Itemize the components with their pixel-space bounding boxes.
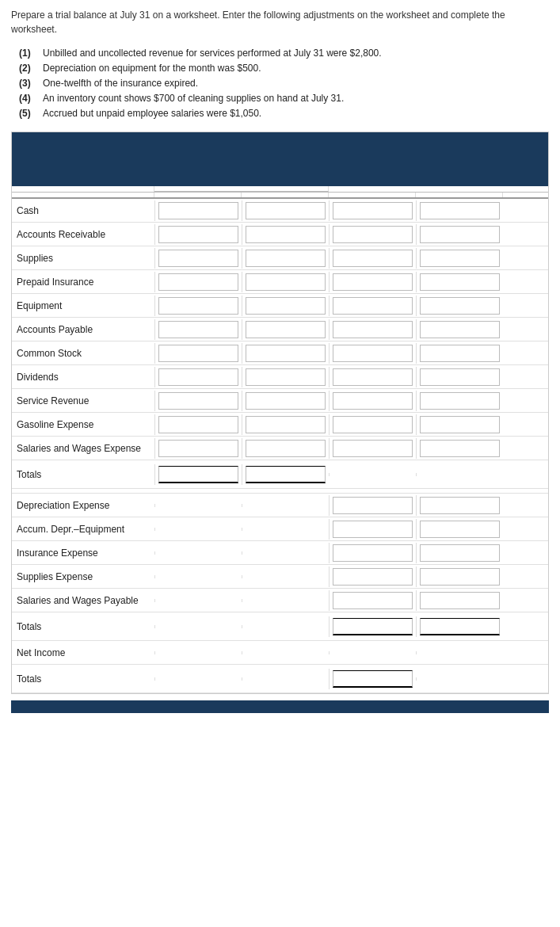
supplies-tb-cr-input[interactable]: [246, 250, 326, 267]
gasoline-expense-tb-cr-input[interactable]: [246, 416, 326, 433]
table-row: Totals: [12, 665, 548, 693]
service-revenue-adj-cr-input[interactable]: [420, 392, 500, 410]
supplies-expense-adj-cr-input[interactable]: [420, 568, 500, 586]
supplies-tb-dr-input[interactable]: [158, 250, 238, 267]
common-stock-tb-dr-input[interactable]: [158, 345, 238, 362]
net-income-cell-0: [154, 651, 242, 654]
common-stock-adj-cr-input[interactable]: [420, 345, 500, 362]
dividends-tb-cr-input[interactable]: [246, 368, 326, 386]
tb-cr-cell: [242, 296, 329, 316]
adj-dr-cell: [329, 272, 416, 292]
adj-cr-cell: [416, 566, 503, 587]
tb-cr-header: [242, 193, 329, 197]
tb-dr-cell: [154, 391, 242, 411]
numbered-item: (1)Unbilled and uncollected revenue for …: [19, 48, 549, 59]
accum-depr-equipment-adj-dr-input[interactable]: [333, 521, 413, 538]
salaries-and-wages-expense-adj-cr-input[interactable]: [420, 440, 500, 457]
service-revenue-tb-cr-input[interactable]: [246, 392, 326, 410]
equipment-tb-cr-input[interactable]: [246, 297, 326, 315]
final-totals-adj-dr-input[interactable]: [333, 670, 413, 688]
prepaid-insurance-adj-dr-input[interactable]: [333, 273, 413, 291]
accounts-payable-adj-cr-input[interactable]: [420, 321, 500, 338]
prepaid-insurance-adj-cr-input[interactable]: [420, 273, 500, 291]
equipment-adj-cr-input[interactable]: [420, 297, 500, 315]
accounts-payable-adj-dr-input[interactable]: [333, 321, 413, 338]
tb-dr-cell: [154, 414, 242, 435]
equipment-adj-dr-input[interactable]: [333, 297, 413, 315]
table-row: Accum. Depr.–Equipment: [12, 517, 548, 541]
adj-dr-cell: [329, 343, 416, 364]
tb-cr-totals-cell: [242, 464, 329, 485]
supplies-expense-adj-dr-input[interactable]: [333, 568, 413, 586]
account-name: Dividends: [12, 368, 154, 386]
totals-tb-dr-input[interactable]: [158, 466, 238, 483]
tb-dr-header: [154, 193, 242, 197]
accounts-payable-tb-dr-input[interactable]: [158, 321, 238, 338]
supplies-adj-dr-input[interactable]: [333, 250, 413, 267]
gasoline-expense-adj-cr-input[interactable]: [420, 416, 500, 433]
tb-cr-cell: [242, 367, 329, 387]
accounts-receivable-tb-cr-input[interactable]: [246, 226, 326, 243]
prepaid-insurance-tb-cr-input[interactable]: [246, 273, 326, 291]
salaries-and-wages-expense-tb-cr-input[interactable]: [246, 440, 326, 457]
common-stock-tb-cr-input[interactable]: [246, 345, 326, 362]
account-name: Salaries and Wages Expense: [12, 440, 154, 457]
insurance-expense-adj-dr-input[interactable]: [333, 544, 413, 562]
account-name: Supplies Expense: [12, 568, 154, 586]
prepaid-insurance-tb-dr-input[interactable]: [158, 273, 238, 291]
account-name: Prepaid Insurance: [12, 273, 154, 291]
gasoline-expense-tb-dr-input[interactable]: [158, 416, 238, 433]
cash-adj-dr-input[interactable]: [333, 202, 413, 219]
adj-cr-final-totals-cell: [416, 677, 503, 681]
bottom-totals-adj-dr-input[interactable]: [333, 618, 413, 635]
tb-dr-cell: [154, 343, 242, 364]
dividends-tb-dr-input[interactable]: [158, 368, 238, 386]
account-name: Cash: [12, 202, 154, 219]
numbered-item: (2)Depreciation on equipment for the mon…: [19, 63, 549, 74]
cash-tb-cr-input[interactable]: [246, 202, 326, 219]
salaries-and-wages-expense-adj-dr-input[interactable]: [333, 440, 413, 457]
dividends-adj-dr-input[interactable]: [333, 368, 413, 386]
bottom-totals-adj-cr-input[interactable]: [420, 618, 500, 635]
totals-tb-cr-input[interactable]: [246, 466, 326, 483]
net-income-cell-1: [242, 651, 329, 654]
supplies-adj-cr-input[interactable]: [420, 250, 500, 267]
adj-cr-cell: [416, 543, 503, 563]
account-name: Depreciation Expense: [12, 497, 154, 514]
salaries-and-wages-expense-tb-dr-input[interactable]: [158, 440, 238, 457]
account-name: Accum. Depr.–Equipment: [12, 521, 154, 538]
tb-dr-cell: [154, 248, 242, 269]
tb-dr-cell: [154, 438, 242, 459]
insurance-expense-adj-cr-input[interactable]: [420, 544, 500, 562]
adj-cr-cell: [416, 343, 503, 364]
adj-dr-header: [329, 193, 416, 197]
equipment-tb-dr-input[interactable]: [158, 297, 238, 315]
accounts-payable-tb-cr-input[interactable]: [246, 321, 326, 338]
numbered-item: (5)Accrued but unpaid employee salaries …: [19, 108, 549, 119]
accounts-receivable-tb-dr-input[interactable]: [158, 226, 238, 243]
depreciation-expense-adj-cr-input[interactable]: [420, 497, 500, 514]
tb-cr-cell: [242, 319, 329, 340]
accum-depr-equipment-adj-cr-input[interactable]: [420, 521, 500, 538]
cash-adj-cr-input[interactable]: [420, 202, 500, 219]
salaries-and-wages-payable-adj-dr-input[interactable]: [333, 592, 413, 609]
salaries-and-wages-payable-adj-cr-input[interactable]: [420, 592, 500, 609]
depreciation-expense-adj-dr-input[interactable]: [333, 497, 413, 514]
cash-tb-dr-input[interactable]: [158, 202, 238, 219]
dividends-adj-cr-input[interactable]: [420, 368, 500, 386]
tb-dr-cell: [154, 200, 242, 221]
accounts-receivable-adj-dr-input[interactable]: [333, 226, 413, 243]
tb-cr-cell: [242, 343, 329, 364]
table-row: Depreciation Expense: [12, 494, 548, 517]
accounts-receivable-adj-cr-input[interactable]: [420, 226, 500, 243]
adj-dr-cell: [329, 414, 416, 435]
account-name: Gasoline Expense: [12, 416, 154, 433]
account-name: Totals: [12, 618, 154, 635]
common-stock-adj-dr-input[interactable]: [333, 345, 413, 362]
service-revenue-tb-dr-input[interactable]: [158, 392, 238, 410]
table-row: Prepaid Insurance: [12, 270, 548, 294]
table-row: Supplies: [12, 246, 548, 270]
adj-dr-cell: [329, 495, 416, 516]
service-revenue-adj-dr-input[interactable]: [333, 392, 413, 410]
gasoline-expense-adj-dr-input[interactable]: [333, 416, 413, 433]
